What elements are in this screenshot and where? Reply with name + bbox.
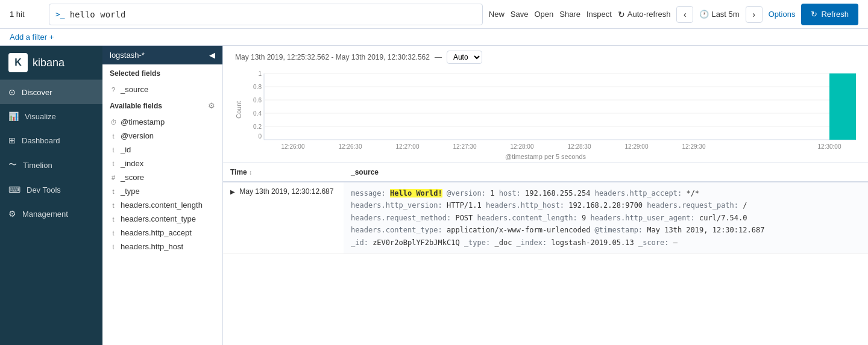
source-user-agent-key: headers.http_user_agent: [590,214,694,222]
next-arrow[interactable]: › [746,6,763,23]
search-bar[interactable]: >_ hello world [49,4,483,25]
source-version-value: 1 [490,189,494,197]
index-selector[interactable]: logstash-* ◀ [102,46,222,64]
prev-arrow[interactable]: ‹ [676,6,693,23]
timestamp-per-label: @timestamp per 5 seconds [235,153,856,160]
source-host-value: 192.168.255.254 [525,189,590,197]
source-request-path-value: / [743,201,747,210]
svg-text:1: 1 [258,70,262,77]
source-id-value: zEV0r2oBplYF2bJMkC1Q [373,238,460,247]
time-range[interactable]: 🕐 Last 5m [699,10,739,19]
source-field-name: _source [121,85,148,94]
index-field-name: _index [121,159,143,168]
svg-text:12:27:30: 12:27:30 [453,143,477,150]
sidebar-label-devtools: Dev Tools [27,185,61,194]
fields-panel: logstash-* ◀ Selected fields ? _source A… [102,46,223,345]
time-range-label: Last 5m [711,10,739,19]
source-request-method-value: POST [455,214,473,222]
source-content-type-value: application/x-www-form-urlencoded [447,226,590,234]
svg-text:0.8: 0.8 [253,84,262,90]
chart-svg: 1 0.8 0.6 0.4 0.2 0 [245,67,856,152]
field-http-host[interactable]: t headers.http_host [102,240,222,253]
col-source-header: _source [344,163,868,182]
index-type-icon: t [110,160,117,167]
source-cell: message: Hello World! @version: 1 host: … [344,182,868,253]
auto-select[interactable]: Auto [447,51,482,64]
svg-text:0.4: 0.4 [253,110,262,117]
source-score-key: _score: [638,238,669,247]
field-timestamp[interactable]: ⏱ @timestamp [102,115,222,129]
nav-inspect[interactable]: Inspect [587,10,612,19]
sidebar-item-visualize[interactable]: 📊 Visualize [0,104,102,128]
gear-icon[interactable]: ⚙ [208,101,215,110]
svg-text:0.6: 0.6 [253,97,262,104]
svg-rect-13 [829,73,856,140]
http-accept-type-icon: t [110,229,117,237]
logo-area: K kibana [0,46,102,80]
source-message-value: Hello World! [390,189,442,197]
results-table: Time ↕ _source ▶ May 13th 2019, 12:30:12… [223,163,868,345]
field-content-length[interactable]: t headers.content_length [102,198,222,212]
source-score-value: – [673,238,678,247]
dashboard-icon: ⊞ [8,135,16,145]
chart-header: May 13th 2019, 12:25:32.562 - May 13th 2… [235,51,856,64]
field-type[interactable]: t _type [102,184,222,198]
collapse-icon[interactable]: ◀ [209,51,215,60]
chart-area: May 13th 2019, 12:25:32.562 - May 13th 2… [223,46,868,163]
source-version-key: @version: [447,189,486,197]
source-user-agent-value: curl/7.54.0 [699,214,747,222]
field-index[interactable]: t _index [102,157,222,170]
options-btn[interactable]: Options [769,10,796,19]
svg-text:0: 0 [258,133,262,140]
svg-text:12:28:30: 12:28:30 [568,143,591,150]
auto-refresh-btn[interactable]: ↻ Auto-refresh [618,10,671,19]
sidebar-item-dashboard[interactable]: ⊞ Dashboard [0,128,102,152]
source-type-value: _doc [494,238,512,247]
table-row: ▶ May 13th 2019, 12:30:12.687 message: H… [223,182,868,253]
logo-text: kibana [33,57,64,69]
sidebar-label-discover: Discover [22,88,52,97]
field-http-accept[interactable]: t headers.http_accept [102,226,222,240]
date-range: May 13th 2019, 12:25:32.562 - May 13th 2… [235,53,430,61]
field-version[interactable]: t @version [102,129,222,143]
available-fields-header: Available fields ⚙ [102,96,222,115]
score-type-icon: # [110,174,117,181]
field-item-source[interactable]: ? _source [102,82,222,96]
expand-row-btn[interactable]: ▶ [230,188,235,195]
sidebar-item-discover[interactable]: ⊙ Discover [0,80,102,104]
source-at-timestamp-value: May 13th 2019, 12:30:12.687 [647,226,764,234]
nav-open[interactable]: Open [534,10,553,19]
source-type-key: _type: [464,238,490,247]
sidebar-item-management[interactable]: ⚙ Management [0,202,102,226]
discover-icon: ⊙ [8,87,16,97]
type-type-icon: t [110,188,117,195]
main-content: May 13th 2019, 12:25:32.562 - May 13th 2… [223,46,868,345]
source-http-version-key: headers.http_version: [351,201,442,210]
nav-share[interactable]: Share [559,10,580,19]
visualize-icon: 📊 [8,111,19,121]
svg-text:12:26:00: 12:26:00 [281,143,305,150]
refresh-button[interactable]: ↻ Refresh [801,4,858,25]
source-content-length-key: headers.content_length: [477,214,577,222]
add-filter-btn[interactable]: Add a filter + [10,33,54,42]
source-http-accept-value: */* [686,189,699,197]
field-content-type[interactable]: t headers.content_type [102,212,222,226]
field-id[interactable]: t _id [102,143,222,157]
auto-refresh-label: Auto-refresh [627,10,671,19]
field-score[interactable]: # _score [102,170,222,184]
http-accept-field-name: headers.http_accept [121,228,192,237]
management-icon: ⚙ [8,209,16,219]
sidebar-label-visualize: Visualize [25,112,56,121]
svg-text:0.2: 0.2 [253,123,262,130]
score-field-name: _score [121,173,144,182]
content-length-field-name: headers.content_length [121,200,203,210]
sidebar-item-devtools[interactable]: ⌨ Dev Tools [0,178,102,202]
sidebar-label-dashboard: Dashboard [22,136,60,145]
nav-new[interactable]: New [489,10,505,19]
clock-icon: 🕐 [699,10,709,19]
nav-save[interactable]: Save [511,10,529,19]
row-timestamp: May 13th 2019, 12:30:12.687 [239,187,333,196]
count-axis-label: Count [235,67,242,152]
sidebar-item-timelion[interactable]: 〜 Timelion [0,152,102,178]
source-id-key: _id: [351,238,368,247]
